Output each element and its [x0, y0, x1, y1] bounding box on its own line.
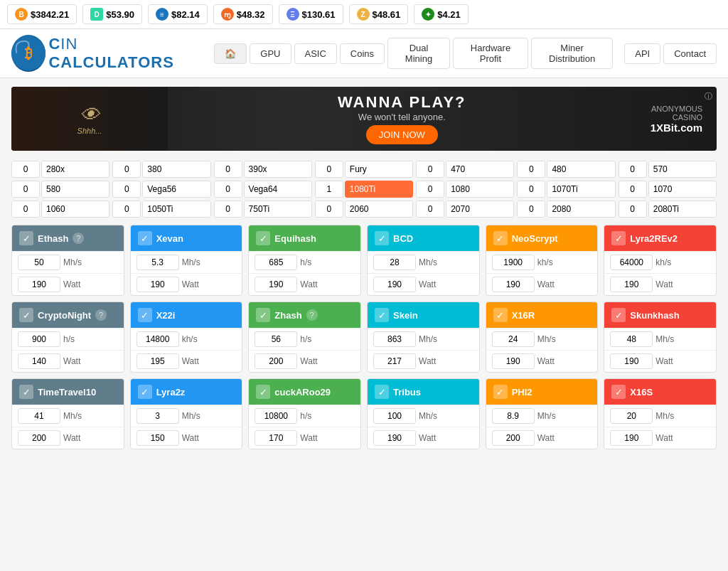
algo-check-14[interactable]: ✓ [256, 385, 270, 399]
algo-val-11-1[interactable] [610, 353, 653, 369]
algo-row-0-0: Mh/s [12, 251, 124, 273]
algo-header-4: ✓NeoScrypt [486, 225, 598, 251]
algo-val-9-1[interactable] [373, 353, 416, 369]
algo-val-10-0[interactable] [492, 331, 535, 347]
algo-card-equihash: ✓Equihashh/sWatt [248, 225, 361, 296]
nav-gpu-button[interactable]: GPU [250, 43, 291, 64]
algo-val-14-1[interactable] [255, 430, 297, 446]
gpu-qty-2070[interactable] [416, 201, 444, 218]
algo-val-13-0[interactable] [136, 408, 179, 424]
algo-val-7-0[interactable] [136, 331, 179, 347]
gpu-qty-480[interactable] [517, 161, 545, 178]
algo-check-12[interactable]: ✓ [19, 385, 33, 399]
algo-val-2-0[interactable] [255, 255, 297, 270]
algo-val-17-1[interactable] [610, 430, 653, 446]
algo-info-0[interactable]: ? [73, 233, 84, 244]
nav-minerdist-button[interactable]: Miner Distribution [531, 38, 613, 69]
algo-val-16-0[interactable] [492, 408, 535, 424]
algo-check-13[interactable]: ✓ [138, 385, 152, 399]
algo-val-8-1[interactable] [255, 353, 297, 369]
gpu-name-2070: 2070 [446, 201, 514, 218]
algo-val-2-1[interactable] [255, 277, 297, 292]
algo-check-16[interactable]: ✓ [493, 385, 508, 399]
algo-val-3-0[interactable] [373, 255, 416, 270]
gpu-qty-280x[interactable] [11, 161, 40, 178]
gpu-qty-2080[interactable] [517, 201, 545, 218]
algo-val-14-0[interactable] [255, 408, 297, 424]
nav-hwprofit-button[interactable]: Hardware Profit [453, 38, 528, 69]
algo-name-1: Xevan [156, 233, 183, 244]
algo-check-3[interactable]: ✓ [375, 231, 389, 245]
gpu-qty-750ti[interactable] [214, 201, 242, 218]
algo-val-0-0[interactable] [18, 255, 60, 270]
algo-val-13-1[interactable] [136, 430, 179, 446]
nav-asic-button[interactable]: ASIC [294, 43, 337, 64]
nav-coins-button[interactable]: Coins [340, 43, 385, 64]
algo-info-6[interactable]: ? [95, 309, 107, 321]
gpu-qty-1060[interactable] [11, 201, 40, 218]
gpu-qty-1050ti[interactable] [112, 201, 141, 218]
gpu-qty-1080[interactable] [416, 181, 444, 198]
gpu-qty-1070ti[interactable] [517, 181, 545, 198]
gpu-qty-vega56[interactable] [112, 181, 141, 198]
nav-api-button[interactable]: API [624, 43, 660, 64]
algo-val-9-0[interactable] [373, 331, 416, 347]
ad-info-icon[interactable]: ⓘ [705, 91, 712, 102]
algo-val-0-1[interactable] [18, 277, 60, 292]
algo-val-1-0[interactable] [136, 255, 179, 270]
algo-val-3-1[interactable] [373, 277, 416, 292]
algo-check-15[interactable]: ✓ [375, 385, 389, 399]
algo-val-11-0[interactable] [610, 331, 653, 347]
gpu-qty-380[interactable] [112, 161, 141, 178]
algo-val-6-0[interactable] [18, 331, 60, 347]
algo-val-10-1[interactable] [492, 353, 535, 369]
algo-row-7-1: Watt [131, 350, 242, 372]
algo-val-6-1[interactable] [18, 353, 60, 369]
algo-val-17-0[interactable] [610, 408, 653, 424]
algo-check-10[interactable]: ✓ [493, 308, 508, 322]
algo-val-7-1[interactable] [136, 353, 179, 369]
algo-check-6[interactable]: ✓ [19, 308, 33, 322]
algo-val-15-1[interactable] [373, 430, 416, 446]
gpu-qty-390x[interactable] [214, 161, 242, 178]
algo-check-5[interactable]: ✓ [611, 231, 626, 245]
gpu-qty-2060[interactable] [315, 201, 343, 218]
nav-dualmining-button[interactable]: Dual Mining [387, 38, 450, 69]
gpu-qty-2080ti[interactable] [619, 201, 647, 218]
algo-val-8-0[interactable] [255, 331, 297, 347]
algo-val-12-1[interactable] [18, 430, 60, 446]
gpu-qty-1080ti[interactable] [315, 181, 343, 198]
gpu-qty-470[interactable] [416, 161, 444, 178]
ad-join-button[interactable]: JOIN NOW [366, 125, 438, 144]
gpu-qty-fury[interactable] [315, 161, 343, 178]
algo-val-1-1[interactable] [136, 277, 179, 292]
algo-check-11[interactable]: ✓ [611, 308, 626, 322]
gpu-qty-580[interactable] [11, 181, 40, 198]
algo-info-8[interactable]: ? [306, 309, 318, 321]
algo-val-12-0[interactable] [18, 408, 60, 424]
algo-check-17[interactable]: ✓ [611, 385, 626, 399]
algo-check-7[interactable]: ✓ [138, 308, 152, 322]
algo-val-4-0[interactable] [492, 255, 535, 270]
algo-val-15-0[interactable] [373, 408, 416, 424]
algo-check-0[interactable]: ✓ [19, 231, 33, 245]
algo-check-1[interactable]: ✓ [138, 231, 152, 245]
algo-val-4-1[interactable] [492, 277, 535, 292]
algo-unit-4-1: Watt [537, 279, 555, 289]
algo-check-8[interactable]: ✓ [256, 308, 270, 322]
gpu-qty-570[interactable] [619, 161, 647, 178]
algo-header-3: ✓BCD [368, 225, 479, 251]
gpu-qty-1070[interactable] [619, 181, 647, 198]
algo-check-2[interactable]: ✓ [256, 231, 270, 245]
algo-val-5-1[interactable] [610, 277, 653, 292]
gpu-qty-vega64[interactable] [214, 181, 242, 198]
algo-val-16-1[interactable] [492, 430, 535, 446]
algo-check-4[interactable]: ✓ [493, 231, 508, 245]
btc-icon: B [15, 8, 28, 21]
gpu-cell-1080: 1080 [416, 181, 514, 198]
nav-contact-button[interactable]: Contact [663, 43, 717, 64]
algo-check-9[interactable]: ✓ [375, 308, 389, 322]
algo-val-5-0[interactable] [610, 255, 653, 270]
nav-home-button[interactable]: 🏠 [214, 43, 247, 64]
algo-card-bcd: ✓BCDMh/sWatt [367, 225, 480, 296]
